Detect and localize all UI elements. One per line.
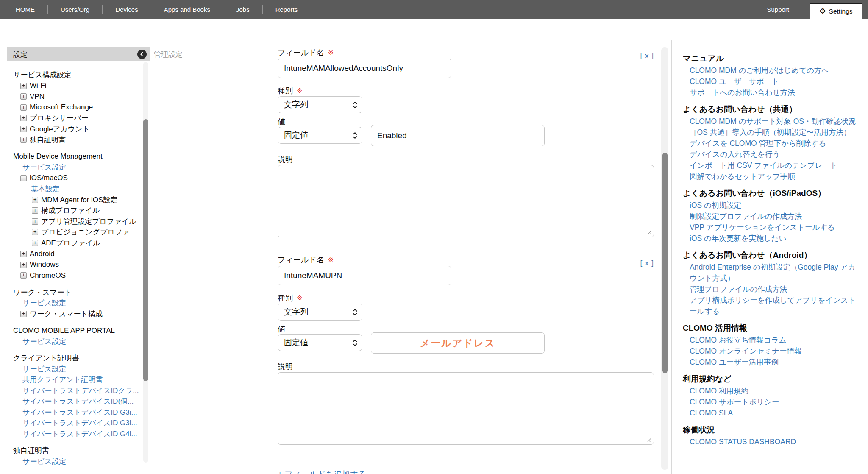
- value-mode-select[interactable]: 固定値: [278, 127, 362, 144]
- expand-icon[interactable]: +: [20, 262, 27, 268]
- expand-icon[interactable]: +: [20, 115, 27, 121]
- tree-link[interactable]: 基本設定: [31, 184, 60, 194]
- tree-link[interactable]: サービス設定: [22, 298, 66, 308]
- resize-handle-icon[interactable]: [646, 437, 651, 442]
- value-input[interactable]: [371, 332, 545, 354]
- help-link[interactable]: iOS の初期設定: [683, 200, 860, 211]
- resize-handle-icon[interactable]: [646, 230, 651, 235]
- tree-item[interactable]: +Android: [7, 248, 140, 259]
- tree-link[interactable]: サービス設定: [22, 457, 66, 466]
- help-link[interactable]: CLOMO MDM のご利用がはじめての方へ: [683, 65, 860, 76]
- support-link[interactable]: Support: [767, 6, 789, 13]
- remove-field-link[interactable]: [ x ]: [640, 259, 654, 268]
- tree-item[interactable]: サイバートラストデバイスID(個...: [7, 396, 140, 407]
- tree-link[interactable]: 共用クライアント証明書: [22, 375, 103, 385]
- help-link[interactable]: CLOMO サポートポリシー: [683, 396, 860, 407]
- tree-item[interactable]: +MDM Agent for iOS設定: [7, 195, 140, 206]
- tree-link[interactable]: サービス設定: [22, 364, 66, 374]
- expand-icon[interactable]: +: [20, 104, 27, 111]
- tree-item[interactable]: 基本設定: [7, 184, 140, 195]
- tree-item[interactable]: +VPN: [7, 91, 140, 102]
- expand-icon[interactable]: +: [20, 311, 27, 317]
- collapse-icon[interactable]: −: [20, 175, 27, 181]
- nav-item-home[interactable]: HOME: [16, 6, 35, 13]
- tree-link[interactable]: サイバートラストデバイスID G3i...: [22, 418, 137, 428]
- expand-icon[interactable]: +: [20, 83, 27, 89]
- tree-item[interactable]: サービス設定: [7, 456, 140, 467]
- tree-link[interactable]: サイバートラストデバイスID G4i...: [22, 429, 137, 439]
- expand-icon[interactable]: +: [32, 229, 38, 235]
- help-link[interactable]: CLOMO SLA: [683, 407, 860, 418]
- expand-icon[interactable]: +: [20, 272, 27, 279]
- help-link[interactable]: CLOMO お役立ち情報コラム: [683, 335, 860, 346]
- help-link[interactable]: 図解でわかるセットアップ手順: [683, 171, 860, 182]
- tree-item[interactable]: サービス設定: [7, 336, 140, 347]
- help-link[interactable]: CLOMO ユーザーサポート: [683, 76, 860, 87]
- field-name-input[interactable]: [278, 266, 451, 285]
- sidebar-scrollbar-thumb[interactable]: [143, 119, 148, 381]
- help-link[interactable]: ［OS 共通］導入の手順（初期設定〜活用方法）: [683, 127, 860, 138]
- tree-item[interactable]: +アプリ管理設定プロファイル: [7, 216, 140, 227]
- help-link[interactable]: CLOMO 利用規約: [683, 385, 860, 396]
- add-field-link[interactable]: + フィールドを追加する: [278, 469, 367, 474]
- main-scrollbar-thumb[interactable]: [662, 153, 668, 373]
- help-link[interactable]: サポートへのお問い合わせ方法: [683, 87, 860, 98]
- tree-item[interactable]: +Microsoft Exchange: [7, 102, 140, 113]
- description-textarea[interactable]: [278, 165, 654, 237]
- tree-link[interactable]: サービス設定: [22, 337, 66, 346]
- panel-collapse-button[interactable]: [137, 50, 147, 59]
- value-mode-select[interactable]: 固定値: [278, 334, 362, 351]
- field-name-input[interactable]: [278, 59, 451, 78]
- expand-icon[interactable]: +: [20, 251, 27, 257]
- help-link[interactable]: CLOMO ユーザー活用事例: [683, 357, 860, 368]
- help-link[interactable]: アプリ構成ポリシーを作成してアプリをインストールする: [683, 295, 860, 317]
- expand-icon[interactable]: +: [32, 240, 38, 246]
- help-link[interactable]: CLOMO STATUS DASHBOARD: [683, 436, 860, 447]
- tab-settings[interactable]: ⚙ Settings: [810, 3, 862, 19]
- help-link[interactable]: デバイスの入れ替えを行う: [683, 149, 860, 160]
- nav-item-apps-and-books[interactable]: Apps and Books: [164, 6, 210, 13]
- tree-item[interactable]: サービス設定: [7, 162, 140, 173]
- tree-item[interactable]: +Googleアカウント: [7, 124, 140, 135]
- tree-link[interactable]: サイバートラストデバイスIDクラ...: [22, 386, 139, 396]
- nav-item-reports[interactable]: Reports: [275, 6, 298, 13]
- tree-item[interactable]: 共用クライアント証明書: [7, 374, 140, 385]
- tree-item[interactable]: +Windows: [7, 259, 140, 270]
- type-select[interactable]: 文字列: [278, 96, 362, 113]
- expand-icon[interactable]: +: [32, 197, 38, 203]
- tree-item[interactable]: サイバートラストデバイスID G4i...: [7, 429, 140, 440]
- tree-item[interactable]: +ワーク・スマート構成: [7, 309, 140, 320]
- tree-link[interactable]: サイバートラストデバイスID G3i...: [22, 407, 137, 417]
- tree-item[interactable]: +プロビジョニングプロファ...: [7, 227, 140, 238]
- help-link[interactable]: VPP アプリケーションをインストールする: [683, 222, 860, 233]
- help-link[interactable]: iOS の年次更新を実施したい: [683, 233, 860, 244]
- nav-item-jobs[interactable]: Jobs: [236, 6, 250, 13]
- description-textarea[interactable]: [278, 372, 654, 445]
- tree-item[interactable]: +構成プロファイル: [7, 205, 140, 216]
- expand-icon[interactable]: +: [20, 137, 27, 143]
- help-link[interactable]: 制限設定プロファイルの作成方法: [683, 211, 860, 222]
- tree-item[interactable]: サービス設定: [7, 364, 140, 375]
- nav-item-devices[interactable]: Devices: [115, 6, 138, 13]
- value-input[interactable]: [371, 125, 545, 146]
- nav-item-users-org[interactable]: Users/Org: [61, 6, 89, 13]
- tree-item[interactable]: −iOS/macOS: [7, 173, 140, 184]
- tree-item[interactable]: +ChromeOS: [7, 270, 140, 281]
- help-link[interactable]: CLOMO MDM のサポート対象 OS・動作確認状況: [683, 116, 860, 127]
- expand-icon[interactable]: +: [32, 218, 38, 225]
- tree-item[interactable]: サイバートラストデバイスID G3i...: [7, 407, 140, 418]
- help-link[interactable]: CLOMO オンラインセミナー情報: [683, 346, 860, 357]
- expand-icon[interactable]: +: [32, 207, 38, 214]
- tree-item[interactable]: サイバートラストデバイスIDクラ...: [7, 385, 140, 396]
- tree-link[interactable]: サイバートラストデバイスID(個...: [22, 396, 134, 406]
- tree-link[interactable]: サービス設定: [22, 162, 66, 172]
- tree-item[interactable]: サイバートラストデバイスID G3i...: [7, 418, 140, 429]
- help-link[interactable]: Android Enterprise の初期設定（Google Play アカウ…: [683, 262, 860, 284]
- tree-item[interactable]: +Wi-Fi: [7, 81, 140, 92]
- expand-icon[interactable]: +: [20, 126, 27, 132]
- remove-field-link[interactable]: [ x ]: [640, 52, 654, 60]
- help-link[interactable]: 管理プロファイルの作成方法: [683, 284, 860, 295]
- tree-item[interactable]: +独自証明書: [7, 134, 140, 145]
- help-link[interactable]: インポート用 CSV ファイルのテンプレート: [683, 160, 860, 171]
- tree-item[interactable]: +プロキシサーバー: [7, 113, 140, 124]
